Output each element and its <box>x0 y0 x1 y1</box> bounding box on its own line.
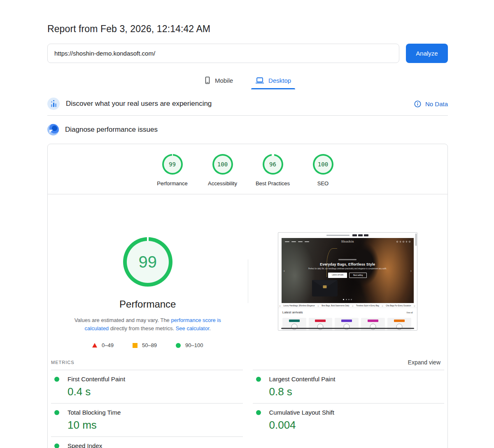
pass-dot-icon <box>256 410 261 415</box>
metric-total-blocking-time: Total Blocking Time 10 ms <box>51 403 243 436</box>
thumb-navbar: Shoshin <box>285 240 410 243</box>
thumb-hero-button-primary: Latest arrivals <box>328 273 347 278</box>
url-input[interactable] <box>47 44 399 63</box>
legend-pass: 90–100 <box>176 342 203 348</box>
legend-fail-range: 0–49 <box>102 342 114 348</box>
discover-section-title: Discover what your real users are experi… <box>66 100 212 108</box>
thumb-hero-kicker <box>338 259 357 260</box>
mobile-phone-icon <box>204 77 211 84</box>
performance-summary-column: 99 Performance Values are estimated and … <box>48 194 248 348</box>
page-title: Report from Feb 3, 2026, 12:14:42 AM <box>47 23 448 35</box>
metric-name: Speed Index <box>68 442 102 448</box>
best-practices-score-label: Best Practices <box>256 180 290 187</box>
tab-mobile[interactable]: Mobile <box>203 74 235 89</box>
legend-pass-range: 90–100 <box>185 342 203 348</box>
no-data-status[interactable]: No Data <box>414 100 448 107</box>
device-tabs: Mobile Desktop <box>47 74 448 89</box>
description-text: directly from these metrics. <box>109 325 176 331</box>
diagnose-section-title: Diagnose performance issues <box>65 126 158 134</box>
metric-value: 0.004 <box>269 419 445 432</box>
category-scores-row: 99 Performance 100 Accessibility 96 Best… <box>48 144 447 194</box>
thumb-hero-button-secondary: Best selling <box>349 273 367 278</box>
page-screenshot-thumbnail[interactable]: Shoshin Everyday Bags, Effortless Style … <box>278 232 417 331</box>
gauge-accessibility[interactable]: 100 Accessibility <box>198 154 248 187</box>
thumb-hero-subtitle: Perfect for daily life, our handbags cel… <box>282 268 414 270</box>
performance-description: Values are estimated and may vary. The p… <box>64 316 232 333</box>
performance-score-value: 99 <box>169 161 176 168</box>
description-text: Values are estimated and may vary. The <box>75 317 171 323</box>
red-triangle-icon <box>92 343 97 348</box>
gauge-best-practices[interactable]: 96 Best Practices <box>248 154 298 187</box>
see-calculator-link[interactable]: See calculator <box>176 325 210 331</box>
best-practices-score-value: 96 <box>269 161 276 168</box>
thumb-hero: Shoshin Everyday Bags, Effortless Style … <box>282 238 414 303</box>
no-data-label: No Data <box>425 100 448 107</box>
accessibility-score-ring: 100 <box>212 154 233 175</box>
lighthouse-report-card: 99 Performance 100 Accessibility 96 Best… <box>47 144 448 448</box>
metrics-header: METRICS <box>51 360 75 365</box>
pass-dot-icon <box>54 443 59 448</box>
accessibility-score-value: 100 <box>217 161 228 168</box>
thumb-view-all-link: View all <box>406 312 412 314</box>
metric-name: Cumulative Layout Shift <box>269 409 334 416</box>
seo-score-label: SEO <box>317 180 329 187</box>
real-users-chart-icon <box>47 98 60 110</box>
expand-view-button[interactable]: Expand view <box>408 359 440 366</box>
metric-cumulative-layout-shift: Cumulative Layout Shift 0.004 <box>253 403 445 436</box>
metric-largest-contentful-paint: Largest Contentful Paint 0.8 s <box>253 370 445 403</box>
thumb-handbag <box>312 280 338 296</box>
thumb-carousel-prev-icon: ‹ <box>284 269 285 273</box>
column-divider <box>248 259 248 303</box>
metrics-grid: First Contentful Paint 0.4 s Largest Con… <box>48 370 447 448</box>
tab-desktop[interactable]: Desktop <box>254 74 293 89</box>
seo-score-ring: 100 <box>313 154 333 175</box>
thumb-section-title: Latest arrivals <box>282 310 303 314</box>
thumb-hero-title: Everyday Bags, Effortless Style <box>282 262 414 266</box>
accessibility-score-label: Accessibility <box>208 180 237 187</box>
lighthouse-gauge-icon <box>47 124 59 135</box>
thumb-carousel-next-icon: › <box>410 269 412 273</box>
thumb-marquee-bar: ☆Luxury Handbags, Effortless Elegance ☆B… <box>278 304 417 308</box>
metric-first-contentful-paint: First Contentful Paint 0.4 s <box>51 370 243 403</box>
pass-dot-icon <box>256 377 261 382</box>
metric-name: Total Blocking Time <box>68 409 121 416</box>
metric-value: 10 ms <box>68 419 243 432</box>
info-icon <box>414 100 421 107</box>
tab-desktop-label: Desktop <box>268 77 291 84</box>
metric-name: Largest Contentful Paint <box>269 376 336 383</box>
thumb-site-logo: Shoshin <box>285 240 410 243</box>
performance-score-ring: 99 <box>162 154 183 175</box>
orange-square-icon <box>133 343 137 348</box>
thumb-vertical-scrollbar <box>415 233 417 246</box>
legend-fail: 0–49 <box>92 342 114 348</box>
pass-dot-icon <box>54 377 59 382</box>
score-range-legend: 0–49 50–89 90–100 <box>92 342 203 348</box>
legend-average-range: 50–89 <box>142 342 157 348</box>
performance-big-score: 99 <box>139 253 157 271</box>
metrics-header-row: METRICS Expand view <box>48 359 447 370</box>
thumb-announcement-bar <box>278 233 417 237</box>
metric-value: 0.4 s <box>68 385 243 398</box>
metric-value: 0.8 s <box>269 385 445 398</box>
legend-average: 50–89 <box>133 342 157 348</box>
active-tab-underline <box>251 88 295 89</box>
metric-name: First Contentful Paint <box>68 376 125 383</box>
performance-detail-section: 99 Performance Values are estimated and … <box>48 194 447 359</box>
thumb-carousel-dots <box>282 299 414 300</box>
seo-score-value: 100 <box>318 161 328 168</box>
performance-score-label: Performance <box>157 180 187 187</box>
gauge-performance[interactable]: 99 Performance <box>147 154 198 187</box>
thumb-latest-arrivals-section: Latest arrivals View all <box>282 310 413 314</box>
performance-detail-title: Performance <box>119 299 176 310</box>
url-bar: Analyze <box>47 44 448 63</box>
diagnose-section-row: Diagnose performance issues <box>47 119 448 141</box>
description-text: . <box>209 325 211 331</box>
gauge-seo[interactable]: 100 SEO <box>298 154 348 187</box>
pass-dot-icon <box>54 410 59 415</box>
discover-section-row: Discover what your real users are experi… <box>47 92 448 116</box>
thumb-horizontal-scrollbar <box>281 328 414 329</box>
analyze-button[interactable]: Analyze <box>406 44 448 63</box>
desktop-laptop-icon <box>255 77 264 84</box>
screenshot-column: Shoshin Everyday Bags, Effortless Style … <box>248 194 448 348</box>
best-practices-score-ring: 96 <box>263 154 283 175</box>
